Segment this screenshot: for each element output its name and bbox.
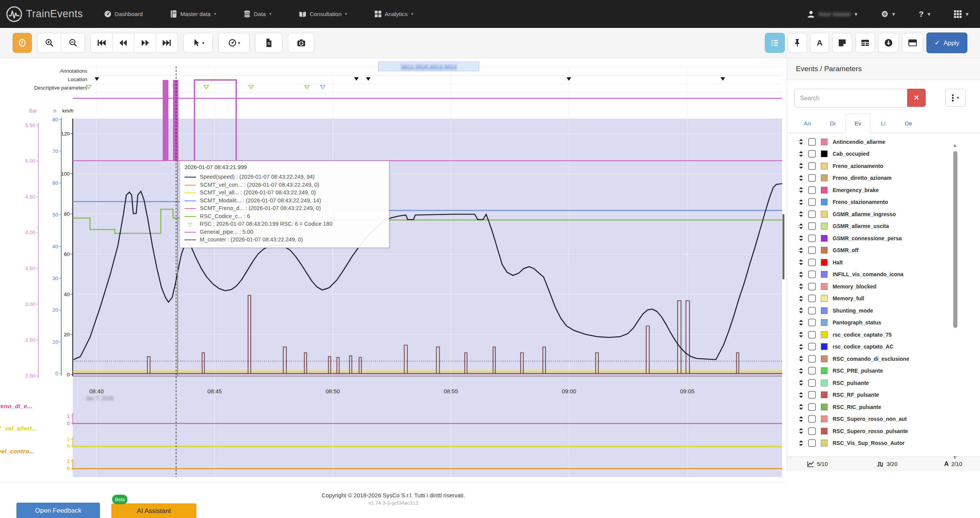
event-checkbox[interactable] — [808, 186, 816, 194]
clear-search-button[interactable]: ✕ — [907, 89, 926, 107]
nav-consultation[interactable]: Consultation ▾ — [299, 11, 347, 18]
sort-handle-icon[interactable] — [799, 344, 803, 350]
skip-end-button[interactable] — [156, 33, 178, 53]
download-button[interactable] — [878, 33, 899, 53]
event-item[interactable]: RSC_PRE_pulsante — [787, 365, 980, 377]
timeseries-chart[interactable]: Annotations Location Descriptive paramet… — [0, 58, 787, 482]
time-mode-button[interactable] — [13, 33, 32, 53]
sort-handle-icon[interactable] — [799, 223, 803, 229]
event-item[interactable]: rsc_codice_captato_AC — [787, 341, 980, 353]
brand[interactable]: TrainEvents — [5, 5, 83, 23]
event-checkbox[interactable] — [808, 439, 816, 447]
event-checkbox[interactable] — [808, 235, 816, 242]
event-item[interactable]: RSC_RF_pulsante — [787, 389, 980, 401]
sort-handle-icon[interactable] — [799, 139, 803, 145]
event-item[interactable]: Emergency_brake — [787, 184, 980, 196]
sort-handle-icon[interactable] — [799, 296, 803, 301]
event-checkbox[interactable] — [808, 355, 816, 363]
sort-handle-icon[interactable] — [799, 416, 803, 422]
sort-handle-icon[interactable] — [799, 356, 803, 362]
nav-master-data[interactable]: Master data ▾ — [170, 10, 216, 18]
sort-handle-icon[interactable] — [799, 235, 803, 241]
sort-handle-icon[interactable] — [799, 428, 803, 434]
event-checkbox[interactable] — [808, 222, 816, 230]
sort-handle-icon[interactable] — [799, 163, 803, 169]
open-feedback-button[interactable]: Open Feedback — [16, 503, 100, 518]
export-pdf-button[interactable] — [255, 33, 283, 53]
tab-an[interactable]: An — [795, 114, 820, 133]
event-item[interactable]: RSC_RIC_pulsante — [787, 401, 980, 413]
event-checkbox[interactable] — [808, 403, 816, 411]
event-checkbox[interactable] — [808, 367, 816, 375]
event-item[interactable]: GSMR_off — [787, 244, 980, 257]
step-forward-button[interactable] — [134, 33, 156, 53]
event-checkbox[interactable] — [808, 270, 816, 278]
event-checkbox[interactable] — [808, 138, 816, 146]
sort-handle-icon[interactable] — [799, 248, 803, 253]
event-item[interactable]: RSC_Supero_rosso_pulsante — [787, 425, 980, 437]
nav-data[interactable]: Data ▾ — [244, 10, 271, 18]
event-item[interactable]: rsc_codice_captato_75 — [787, 329, 980, 341]
sort-handle-icon[interactable] — [799, 199, 803, 205]
pin-button[interactable] — [788, 33, 807, 53]
scrollbar-thumb[interactable] — [953, 151, 957, 328]
event-item[interactable]: Cab_occupied — [787, 148, 980, 160]
event-item[interactable]: Shunting_mode — [787, 305, 980, 317]
zoom-in-button[interactable] — [37, 33, 61, 53]
sort-handle-icon[interactable] — [799, 308, 803, 313]
descriptive-markers[interactable] — [87, 85, 309, 89]
sort-handle-icon[interactable] — [799, 392, 803, 398]
event-checkbox[interactable] — [808, 174, 816, 182]
sort-handle-icon[interactable] — [799, 320, 803, 326]
apps-menu[interactable]: ▾ — [954, 10, 969, 18]
list-options-button[interactable]: ▾ — [945, 89, 965, 107]
display-options-button[interactable]: ▾ — [218, 33, 250, 53]
event-item[interactable]: Freno_diretto_azionam — [787, 172, 980, 184]
zoom-out-button[interactable] — [61, 33, 85, 53]
event-item[interactable]: GSMR_connessione_persa — [787, 232, 980, 244]
event-item[interactable]: RSC_Vis_Sup_Rosso_Autor — [787, 437, 980, 450]
event-checkbox[interactable] — [808, 162, 816, 170]
tab-ev[interactable]: Ev — [845, 114, 871, 133]
event-checkbox[interactable] — [808, 379, 816, 387]
sort-handle-icon[interactable] — [799, 211, 803, 217]
event-item[interactable]: Freno_stazionamento — [787, 196, 980, 209]
sort-handle-icon[interactable] — [799, 151, 803, 157]
event-checkbox[interactable] — [808, 198, 816, 206]
cursor-mode-button[interactable]: ▾ — [183, 33, 213, 53]
event-checkbox[interactable] — [808, 307, 816, 314]
event-checkbox[interactable] — [808, 415, 816, 423]
sort-handle-icon[interactable] — [799, 187, 803, 193]
legend-list-button[interactable] — [765, 33, 785, 53]
event-item[interactable]: INFILL_vis_comando_icona — [787, 269, 980, 281]
ai-assistant-button[interactable]: AI Assistant — [111, 503, 196, 518]
event-checkbox[interactable] — [808, 283, 816, 290]
sort-handle-icon[interactable] — [799, 368, 803, 374]
sort-handle-icon[interactable] — [799, 404, 803, 410]
event-item[interactable]: GSMR_allarme_ingresso — [787, 208, 980, 220]
user-menu[interactable]: Xxxx Xxxxxx ▾ — [807, 10, 858, 18]
event-checkbox[interactable] — [808, 391, 816, 399]
screenshot-button[interactable] — [288, 33, 314, 53]
event-item[interactable]: Memory_full — [787, 293, 980, 305]
tab-di[interactable]: Di — [820, 114, 845, 133]
event-checkbox[interactable] — [808, 295, 816, 302]
location-markers[interactable] — [95, 77, 725, 81]
event-item[interactable]: Halt — [787, 256, 980, 269]
event-checkbox[interactable] — [808, 343, 816, 350]
sort-handle-icon[interactable] — [799, 332, 803, 337]
table-button[interactable] — [855, 33, 875, 53]
step-back-button[interactable] — [112, 33, 134, 53]
event-checkbox[interactable] — [808, 319, 816, 326]
event-checkbox[interactable] — [808, 150, 816, 158]
tab-de[interactable]: De — [896, 114, 921, 133]
nav-dashboard[interactable]: Dashboard — [104, 10, 143, 18]
sort-handle-icon[interactable] — [799, 175, 803, 181]
event-item[interactable]: RSC_Supero_rosso_non_aut — [787, 413, 980, 425]
event-checkbox[interactable] — [808, 210, 816, 218]
sort-handle-icon[interactable] — [799, 259, 803, 265]
apply-button[interactable]: ✓ Apply — [926, 33, 967, 53]
sort-handle-icon[interactable] — [799, 283, 803, 289]
chart-area[interactable]: Annotations Location Descriptive paramet… — [0, 58, 787, 482]
search-input[interactable] — [794, 89, 907, 108]
